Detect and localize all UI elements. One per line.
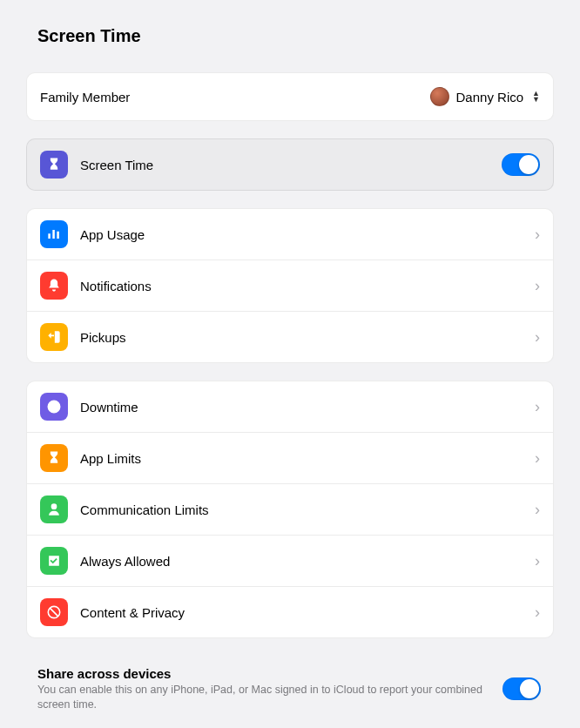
communication-limits-row[interactable]: Communication Limits › <box>27 484 553 536</box>
clock-icon <box>40 393 68 421</box>
screen-time-toggle[interactable] <box>502 153 540 176</box>
family-member-selector[interactable]: Danny Rico ▲▼ <box>430 87 540 106</box>
share-desc: You can enable this on any iPhone, iPad,… <box>37 683 485 712</box>
chevron-right-icon: › <box>535 449 540 468</box>
page-title: Screen Time <box>26 26 554 46</box>
content-privacy-row[interactable]: Content & Privacy › <box>27 587 553 637</box>
notifications-row[interactable]: Notifications › <box>27 260 553 312</box>
always-allowed-row[interactable]: Always Allowed › <box>27 536 553 587</box>
app-usage-label: App Usage <box>80 227 535 242</box>
notifications-label: Notifications <box>80 279 535 293</box>
pickup-icon <box>40 323 68 351</box>
pickups-row[interactable]: Pickups › <box>27 312 553 362</box>
content-privacy-label: Content & Privacy <box>80 605 535 620</box>
person-icon <box>40 495 68 523</box>
family-member-label: Family Member <box>40 90 130 104</box>
chevron-right-icon: › <box>535 226 540 244</box>
usage-group: App Usage › Notifications › Pickups › <box>26 208 554 363</box>
checkmark-shield-icon <box>40 547 68 575</box>
chevron-right-icon: › <box>535 552 540 570</box>
share-toggle[interactable] <box>502 677 541 700</box>
chevron-right-icon: › <box>535 398 540 416</box>
no-sign-icon <box>40 598 68 626</box>
hourglass-icon <box>40 444 68 472</box>
share-across-devices-section: Share across devices You can enable this… <box>26 656 554 712</box>
chevron-right-icon: › <box>535 328 540 347</box>
bell-icon <box>40 272 68 300</box>
pickups-label: Pickups <box>80 330 535 345</box>
updown-icon: ▲▼ <box>532 91 540 103</box>
share-title: Share across devices <box>37 666 485 681</box>
communication-limits-label: Communication Limits <box>80 502 535 517</box>
app-usage-row[interactable]: App Usage › <box>27 209 553 260</box>
app-limits-label: App Limits <box>80 451 535 466</box>
app-limits-row[interactable]: App Limits › <box>27 433 553 484</box>
screen-time-label: Screen Time <box>80 158 502 172</box>
chevron-right-icon: › <box>535 277 540 295</box>
bar-chart-icon <box>40 220 68 248</box>
screen-time-toggle-group: Screen Time <box>26 138 554 191</box>
limits-group: Downtime › App Limits › Communication Li… <box>26 381 554 638</box>
chevron-right-icon: › <box>535 501 540 519</box>
family-member-row[interactable]: Family Member Danny Rico ▲▼ <box>27 73 553 120</box>
screen-time-toggle-row: Screen Time <box>27 139 553 190</box>
hourglass-icon <box>40 151 68 179</box>
downtime-label: Downtime <box>80 400 535 415</box>
always-allowed-label: Always Allowed <box>80 554 535 569</box>
family-member-group: Family Member Danny Rico ▲▼ <box>26 72 554 121</box>
downtime-row[interactable]: Downtime › <box>27 381 553 433</box>
chevron-right-icon: › <box>535 603 540 622</box>
family-member-name: Danny Rico <box>456 90 524 104</box>
avatar <box>430 87 449 106</box>
